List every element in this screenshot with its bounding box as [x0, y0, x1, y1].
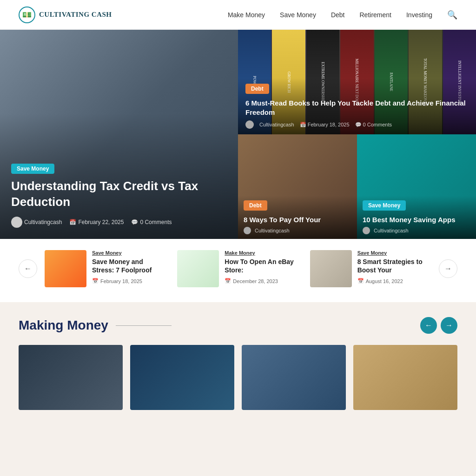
main-nav: Make Money Save Money Debt Retirement In…: [228, 10, 457, 20]
apps-article[interactable]: Save Money 10 Best Money Saving Apps Cul…: [357, 134, 476, 239]
debt-article[interactable]: Debt 8 Ways To Pay Off Your Cultivatingc…: [238, 134, 357, 239]
apps-article-avatar: [363, 227, 370, 234]
top-article-tag[interactable]: Debt: [245, 84, 269, 94]
nav-debt[interactable]: Debt: [331, 11, 345, 19]
hero-author-group: Cultivatingcash: [11, 217, 62, 228]
section-next-button[interactable]: →: [441, 317, 457, 334]
top-article-title: 6 Must-Read Books to Help You Tackle Deb…: [245, 99, 469, 117]
carousel-next-button[interactable]: →: [439, 259, 457, 278]
logo-text: Cultivating Cash: [39, 11, 112, 19]
hero-overlay: Save Money Understanding Tax Credit vs T…: [0, 152, 238, 239]
debt-article-meta: Cultivatingcash: [244, 227, 351, 234]
carousel-content-1: Make Money How To Open An eBay Store: 📅 …: [225, 250, 298, 287]
debt-article-avatar: [244, 227, 251, 234]
nav-make-money[interactable]: Make Money: [228, 11, 265, 19]
carousel-date-0: 📅 February 18, 2025: [92, 278, 166, 284]
hero-comments: 0 Comments: [140, 219, 172, 225]
nav-investing[interactable]: Investing: [406, 11, 432, 19]
apps-article-tag[interactable]: Save Money: [363, 200, 406, 211]
logo-icon: 💵: [19, 7, 35, 23]
carousel-title-0: Save Money and Stress: 7 Foolproof: [92, 258, 166, 274]
carousel-content-0: Save Money Save Money and Stress: 7 Fool…: [92, 250, 166, 287]
carousel-content-2: Save Money 8 Smart Strategies to Boost Y…: [357, 250, 431, 287]
hero-date-group: 📅 February 22, 2025: [69, 219, 124, 225]
debt-article-overlay: Debt 8 Ways To Pay Off Your Cultivatingc…: [238, 196, 357, 239]
hero-avatar: [11, 217, 22, 228]
mm-card-3[interactable]: [353, 345, 457, 410]
apps-article-title: 10 Best Money Saving Apps: [363, 215, 470, 225]
site-header: 💵 Cultivating Cash Make Money Save Money…: [0, 0, 476, 30]
carousel-item-1[interactable]: Make Money How To Open An eBay Store: 📅 …: [177, 250, 298, 287]
carousel-thumb-2: [310, 250, 352, 287]
section-divider: [116, 325, 172, 326]
debt-article-tag[interactable]: Debt: [244, 200, 267, 211]
apps-article-overlay: Save Money 10 Best Money Saving Apps Cul…: [357, 196, 476, 239]
section-title-group: Making Money: [19, 318, 172, 333]
making-money-section: Making Money ← →: [0, 302, 476, 421]
carousel-item-0[interactable]: Save Money Save Money and Stress: 7 Fool…: [45, 250, 166, 287]
mm-card-0[interactable]: [19, 345, 123, 410]
top-article-author: Cultivatingcash: [259, 122, 294, 127]
carousel-thumb-1: [177, 250, 219, 287]
carousel-title-1: How To Open An eBay Store:: [225, 258, 298, 274]
main-grid: Save Money Understanding Tax Credit vs T…: [0, 30, 476, 239]
hero-comments-group: 💬 0 Comments: [131, 219, 172, 225]
debt-article-author: Cultivatingcash: [255, 228, 290, 233]
hero-date: February 22, 2025: [78, 219, 124, 225]
carousel-section: ← Save Money Save Money and Stress: 7 Fo…: [0, 239, 476, 302]
carousel-items: Save Money Save Money and Stress: 7 Fool…: [45, 250, 431, 287]
mm-card-1[interactable]: [130, 345, 234, 410]
top-article-avatar: [245, 120, 254, 129]
section-prev-button[interactable]: ←: [420, 317, 437, 334]
apps-article-meta: Cultivatingcash: [363, 227, 470, 234]
carousel-prev-button[interactable]: ←: [19, 259, 37, 278]
top-article[interactable]: POWER GROW RICH EXTREME OWNERSHIP MILLIO…: [238, 30, 476, 134]
section-title: Making Money: [19, 318, 108, 333]
carousel-date-1: 📅 December 28, 2023: [225, 278, 298, 284]
mm-card-2[interactable]: [242, 345, 346, 410]
right-grid: POWER GROW RICH EXTREME OWNERSHIP MILLIO…: [238, 30, 476, 239]
hero-article[interactable]: Save Money Understanding Tax Credit vs T…: [0, 30, 238, 239]
making-money-grid: [19, 345, 457, 410]
search-button[interactable]: 🔍: [447, 10, 457, 20]
hero-author: Cultivatingcash: [24, 219, 62, 225]
carousel-thumb-0: [45, 250, 86, 287]
nav-save-money[interactable]: Save Money: [280, 11, 316, 19]
logo[interactable]: 💵 Cultivating Cash: [19, 7, 112, 23]
section-nav: ← →: [420, 317, 457, 334]
carousel-category-1[interactable]: Make Money: [225, 250, 298, 256]
top-article-overlay: Debt 6 Must-Read Books to Help You Tackl…: [238, 78, 476, 134]
carousel-date-2: 📅 August 16, 2022: [357, 278, 431, 284]
carousel-category-2[interactable]: Save Money: [357, 250, 431, 256]
bottom-two-articles: Debt 8 Ways To Pay Off Your Cultivatingc…: [238, 134, 476, 239]
carousel-item-2[interactable]: Save Money 8 Smart Strategies to Boost Y…: [310, 250, 431, 287]
debt-article-title: 8 Ways To Pay Off Your: [244, 215, 351, 225]
section-header: Making Money ← →: [19, 317, 457, 334]
top-article-comments-group: 💬 0 Comments: [355, 122, 392, 128]
carousel-category-0[interactable]: Save Money: [92, 250, 166, 256]
nav-retirement[interactable]: Retirement: [359, 11, 391, 19]
hero-title: Understanding Tax Credit vs Tax Deductio…: [11, 178, 227, 210]
hero-tag[interactable]: Save Money: [11, 164, 54, 174]
apps-article-author: Cultivatingcash: [374, 228, 409, 233]
top-article-meta: Cultivatingcash 📅 February 18, 2025 💬 0 …: [245, 120, 469, 129]
carousel-title-2: 8 Smart Strategies to Boost Your: [357, 258, 431, 274]
top-article-date-group: 📅 February 18, 2025: [300, 122, 350, 128]
hero-meta: Cultivatingcash 📅 February 22, 2025 💬 0 …: [11, 217, 227, 228]
